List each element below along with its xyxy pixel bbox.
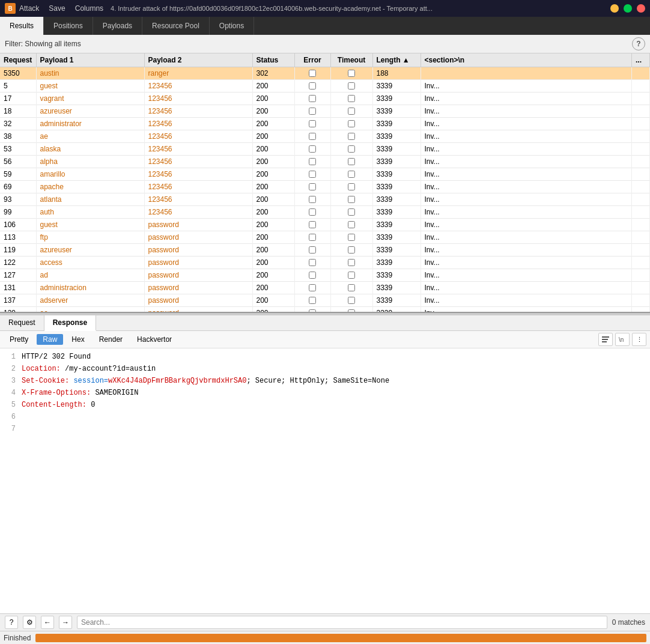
error-checkbox[interactable] — [309, 171, 316, 178]
panel-subtab-hackvertor[interactable]: Hackvertor — [131, 334, 178, 345]
timeout-checkbox[interactable] — [348, 297, 355, 304]
error-checkbox[interactable] — [309, 234, 316, 241]
error-checkbox[interactable] — [309, 133, 316, 140]
error-checkbox[interactable] — [309, 272, 316, 279]
error-checkbox[interactable] — [309, 208, 316, 216]
table-row[interactable]: 127 ad password 200 3339 Inv... — [0, 269, 650, 282]
tool-more[interactable]: ⋮ — [632, 333, 646, 346]
error-checkbox[interactable] — [309, 196, 316, 203]
timeout-checkbox[interactable] — [348, 284, 355, 291]
table-row[interactable]: 5 guest 123456 200 3339 Inv... — [0, 80, 650, 93]
cell-error — [294, 294, 330, 307]
filter-help-button[interactable]: ? — [632, 37, 645, 50]
menu-save[interactable]: Save — [49, 4, 65, 13]
tab-positions[interactable]: Positions — [44, 17, 93, 35]
col-header-payload2[interactable]: Payload 2 — [144, 53, 252, 67]
timeout-checkbox[interactable] — [348, 196, 355, 203]
table-row[interactable]: 18 azureuser 123456 200 3339 Inv... — [0, 105, 650, 118]
table-row[interactable]: 122 access password 200 3339 Inv... — [0, 257, 650, 269]
cell-more — [632, 282, 650, 294]
col-header-more[interactable]: ... — [632, 53, 650, 67]
table-row[interactable]: 53 alaska 123456 200 3339 Inv... — [0, 143, 650, 156]
table-row[interactable]: 17 vagrant 123456 200 3339 Inv... — [0, 93, 650, 105]
error-checkbox[interactable] — [309, 145, 316, 153]
table-row[interactable]: 32 administrator 123456 200 3339 Inv... — [0, 118, 650, 130]
timeout-checkbox[interactable] — [348, 120, 355, 127]
settings-button[interactable]: ⚙ — [23, 616, 36, 629]
timeout-checkbox[interactable] — [348, 70, 355, 77]
error-checkbox[interactable] — [309, 108, 316, 115]
col-header-request[interactable]: Request — [0, 53, 36, 67]
error-checkbox[interactable] — [309, 297, 316, 304]
panel-subtab-pretty[interactable]: Pretty — [4, 334, 34, 345]
next-button[interactable]: → — [59, 616, 72, 629]
panel-tab-request[interactable]: Request — [0, 315, 44, 330]
col-header-length[interactable]: Length ▲ — [372, 53, 421, 67]
table-row[interactable]: 69 apache 123456 200 3339 Inv... — [0, 181, 650, 193]
tool-word-wrap[interactable] — [598, 333, 613, 346]
table-row[interactable]: 106 guest password 200 3339 Inv... — [0, 219, 650, 231]
table-row[interactable]: 56 alpha 123456 200 3339 Inv... — [0, 156, 650, 168]
col-header-section[interactable]: <section>\n — [421, 53, 632, 67]
col-header-error[interactable]: Error — [294, 53, 330, 67]
cell-length: 3339 — [372, 282, 421, 294]
error-checkbox[interactable] — [309, 70, 316, 77]
col-header-status[interactable]: Status — [252, 53, 294, 67]
timeout-checkbox[interactable] — [348, 133, 355, 140]
minimize-button[interactable] — [610, 4, 619, 13]
table-row[interactable]: 137 adserver password 200 3339 Inv... — [0, 294, 650, 307]
error-checkbox[interactable] — [309, 120, 316, 127]
maximize-button[interactable] — [624, 4, 632, 13]
timeout-checkbox[interactable] — [348, 272, 355, 279]
col-header-timeout[interactable]: Timeout — [330, 53, 372, 67]
timeout-checkbox[interactable] — [348, 234, 355, 241]
timeout-checkbox[interactable] — [348, 221, 355, 228]
timeout-checkbox[interactable] — [348, 183, 355, 190]
cell-error — [294, 93, 330, 105]
menu-attack[interactable]: Attack — [19, 4, 39, 13]
error-checkbox[interactable] — [309, 82, 316, 90]
tab-payloads[interactable]: Payloads — [93, 17, 142, 35]
panel-subtab-raw[interactable]: Raw — [37, 334, 63, 345]
table-row[interactable]: 38 ae 123456 200 3339 Inv... — [0, 130, 650, 143]
code-line: 7 — [0, 423, 650, 435]
timeout-checkbox[interactable] — [348, 259, 355, 266]
search-input[interactable] — [77, 616, 607, 629]
timeout-checkbox[interactable] — [348, 145, 355, 153]
close-button[interactable] — [637, 4, 645, 13]
timeout-checkbox[interactable] — [348, 95, 355, 102]
help-button[interactable]: ? — [5, 616, 18, 629]
menu-columns[interactable]: Columns — [75, 4, 103, 13]
tab-results[interactable]: Results — [0, 17, 44, 35]
table-row[interactable]: 113 ftp password 200 3339 Inv... — [0, 231, 650, 244]
table-row[interactable]: 139 ae password 200 3339 Inv... — [0, 307, 650, 314]
timeout-checkbox[interactable] — [348, 82, 355, 90]
table-row[interactable]: 99 auth 123456 200 3339 Inv... — [0, 206, 650, 219]
progress-fill — [35, 634, 646, 642]
col-header-payload1[interactable]: Payload 1 — [36, 53, 144, 67]
timeout-checkbox[interactable] — [348, 171, 355, 178]
error-checkbox[interactable] — [309, 183, 316, 190]
error-checkbox[interactable] — [309, 284, 316, 291]
error-checkbox[interactable] — [309, 259, 316, 266]
timeout-checkbox[interactable] — [348, 158, 355, 165]
error-checkbox[interactable] — [309, 246, 316, 254]
panel-tab-response[interactable]: Response — [44, 315, 96, 331]
table-row[interactable]: 59 amarillo 123456 200 3339 Inv... — [0, 168, 650, 181]
tab-options[interactable]: Options — [210, 17, 254, 35]
error-checkbox[interactable] — [309, 95, 316, 102]
error-checkbox[interactable] — [309, 221, 316, 228]
panel-subtab-hex[interactable]: Hex — [65, 334, 90, 345]
table-row[interactable]: 93 atlanta 123456 200 3339 Inv... — [0, 193, 650, 206]
table-row[interactable]: 119 azureuser password 200 3339 Inv... — [0, 244, 650, 257]
table-row[interactable]: 5350 austin ranger 302 188 — [0, 67, 650, 80]
timeout-checkbox[interactable] — [348, 108, 355, 115]
tool-newline[interactable]: \n — [615, 333, 630, 346]
error-checkbox[interactable] — [309, 158, 316, 165]
prev-button[interactable]: ← — [41, 616, 54, 629]
tab-resource-pool[interactable]: Resource Pool — [142, 17, 210, 35]
timeout-checkbox[interactable] — [348, 208, 355, 216]
table-row[interactable]: 131 administracion password 200 3339 Inv… — [0, 282, 650, 294]
timeout-checkbox[interactable] — [348, 246, 355, 254]
panel-subtab-render[interactable]: Render — [93, 334, 129, 345]
